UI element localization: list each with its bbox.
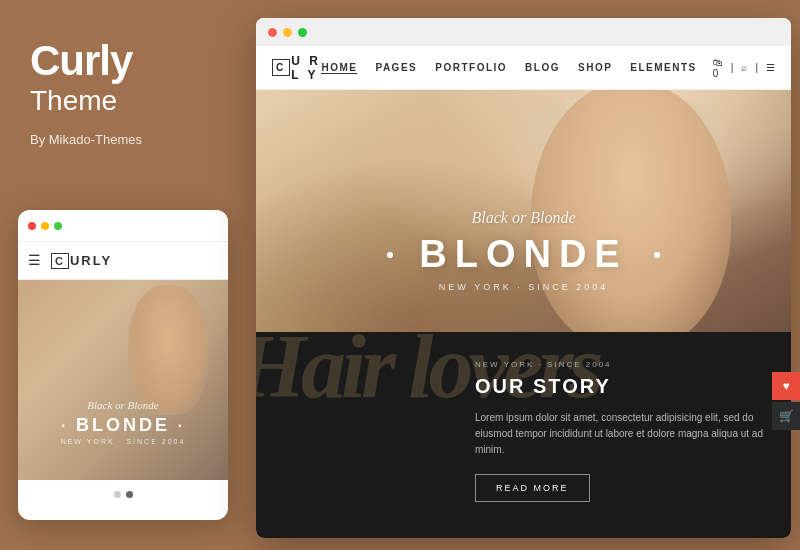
desktop-story-section: Hair lovers NEW YORK · SINCE 2004 OUR ST… [256,332,791,538]
hero-dot-left [387,252,393,258]
mobile-logo: CURLY [51,253,112,269]
hero-dot-right [654,252,660,258]
hero-main-text: BLONDE [256,233,791,276]
mobile-hamburger-icon[interactable]: ☰ [28,252,41,269]
mobile-hero-face [128,285,208,415]
divider-1: | [731,62,734,73]
mobile-titlebar [18,210,228,242]
mobile-preview: ☰ CURLY Black or Blonde · BLONDE · NEW Y… [18,210,228,520]
desktop-hero-text: Black or Blonde BLONDE NEW YORK · SINCE … [256,209,791,292]
mobile-hero-text: Black or Blonde · BLONDE · NEW YORK · SI… [18,399,228,445]
desktop-navbar: C U R L Y HOME PAGES PORTFOLIO BLOG SHOP… [256,46,791,90]
mobile-slide-indicators [18,480,228,508]
desktop-logo: C U R L Y [272,54,321,82]
story-content: NEW YORK · SINCE 2004 OUR STORY Lorem ip… [475,352,765,502]
search-icon[interactable]: ⌕ [741,62,747,73]
story-title: OUR STORY [475,375,765,398]
mobile-navbar: ☰ CURLY [18,242,228,280]
desktop-nav-icons: 🛍 0 | ⌕ | ☰ [713,57,775,79]
desktop-hero-section: Black or Blonde BLONDE NEW YORK · SINCE … [256,90,791,332]
mobile-dot-green [54,222,62,230]
nav-elements[interactable]: ELEMENTS [630,62,696,73]
mobile-logo-text: URLY [70,253,112,268]
mobile-since-text: NEW YORK · SINCE 2004 [18,438,228,445]
desktop-dot-green [298,28,307,37]
story-since: NEW YORK · SINCE 2004 [475,360,765,369]
desktop-logo-rest: U R L Y [291,54,321,82]
nav-shop[interactable]: SHOP [578,62,612,73]
mobile-logo-box: C [51,253,69,269]
floating-action-icons: ♥ 🛒 [772,372,800,430]
menu-icon[interactable]: ☰ [766,62,775,73]
left-panel: Curly Theme By Mikado-Themes ☰ CURLY Bla… [0,0,245,550]
mobile-dot-left: · [61,417,76,434]
nav-pages[interactable]: PAGES [375,62,417,73]
hero-since-text: NEW YORK · SINCE 2004 [256,282,791,292]
mobile-dot-right: · [170,417,185,434]
mobile-blonde-text: · BLONDE · [18,415,228,436]
divider-2: | [755,62,758,73]
desktop-dot-red [268,28,277,37]
indicator-2[interactable] [126,491,133,498]
desktop-dot-yellow [283,28,292,37]
bag-icon[interactable]: 🛍 0 [713,57,723,79]
nav-home[interactable]: HOME [321,62,357,74]
mobile-hero: Black or Blonde · BLONDE · NEW YORK · SI… [18,280,228,480]
nav-portfolio[interactable]: PORTFOLIO [435,62,507,73]
desktop-titlebar [256,18,791,46]
brand-title: Curly [30,40,132,82]
mobile-dot-yellow [41,222,49,230]
indicator-1[interactable] [114,491,121,498]
floating-cart-icon[interactable]: 🛒 [772,402,800,430]
read-more-button[interactable]: READ MORE [475,474,590,502]
brand-subtitle: Theme [30,84,117,118]
mobile-dot-red [28,222,36,230]
brand-by: By Mikado-Themes [30,132,142,147]
mobile-window-dots [28,222,62,230]
desktop-logo-box: C [272,59,290,76]
mobile-script-text: Black or Blonde [18,399,228,411]
story-body: Lorem ipsum dolor sit amet, consectetur … [475,410,765,458]
desktop-nav-links: HOME PAGES PORTFOLIO BLOG SHOP ELEMENTS [321,62,696,74]
hero-script-text: Black or Blonde [256,209,791,227]
desktop-preview: C U R L Y HOME PAGES PORTFOLIO BLOG SHOP… [256,18,791,538]
floating-heart-icon[interactable]: ♥ [772,372,800,400]
desktop-window-dots [268,28,307,37]
nav-blog[interactable]: BLOG [525,62,560,73]
